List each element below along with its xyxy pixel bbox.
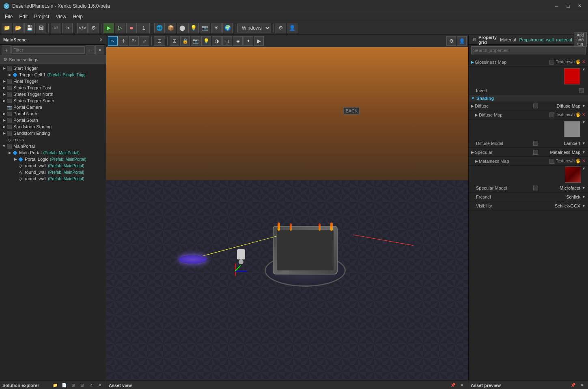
toolbar-open[interactable]: 📂 <box>13 23 24 33</box>
toolbar-play-num[interactable]: 1 <box>138 23 150 33</box>
scene-filter-input[interactable] <box>11 46 85 54</box>
toolbar-windows-dropdown[interactable]: Windows <box>237 24 271 32</box>
scene-tree-item-states-east[interactable]: ▶ ⬛ States Trigger East <box>0 84 106 91</box>
asset-panel-close[interactable]: ✕ <box>458 382 465 389</box>
scene-settings-btn[interactable]: ⚙ Scene settings <box>0 55 106 64</box>
toolbar-settings[interactable]: ⚙ <box>276 23 286 33</box>
toolbar-globe[interactable]: 🌐 <box>154 23 165 33</box>
close-button[interactable]: ✕ <box>574 2 585 10</box>
scene-tree-item-portal-north[interactable]: ▶ ⬛ Portal North <box>0 110 106 117</box>
vp-scale-btn[interactable]: ⤢ <box>140 36 149 46</box>
solution-toolbar2[interactable]: 📄 <box>60 382 68 389</box>
solution-toolbar1[interactable]: 📁 <box>52 382 59 389</box>
scene-tree-item-round-wall3[interactable]: ◇ round_wall (Prefab: MainPortal) <box>0 175 106 182</box>
diffuse-arrow[interactable]: ▶ <box>471 104 474 108</box>
metalness-arrow[interactable]: ▶ <box>475 159 478 163</box>
menu-view[interactable]: View <box>52 12 69 21</box>
menu-file[interactable]: File <box>2 12 16 21</box>
toolbar-code[interactable]: </> <box>77 23 88 33</box>
vp-settings-btn[interactable]: ⚙ <box>446 36 456 46</box>
solution-expand-all[interactable]: ⊞ <box>69 382 77 389</box>
prop-metalness-checkbox[interactable] <box>549 159 554 164</box>
toolbar-redo[interactable]: ↪ <box>62 23 73 33</box>
toolbar-sphere[interactable]: ⬤ <box>177 23 187 33</box>
vp-anim-btn[interactable]: ▶ <box>254 36 264 46</box>
diffuse-model-dropdown-icon[interactable]: ▼ <box>582 141 586 145</box>
toolbar-undo[interactable]: ↩ <box>51 23 61 33</box>
scene-tree-item-mainportal[interactable]: ▼ ⬛ MainPortal <box>0 143 106 149</box>
diffuse-dropdown-icon[interactable]: ▼ <box>582 104 586 108</box>
diffuse-map-arrow[interactable]: ▶ <box>475 113 478 117</box>
prop-specular-checkbox[interactable] <box>533 150 538 155</box>
toolbar-play-local[interactable]: ▶ <box>103 23 114 33</box>
fresnel-dropdown-icon[interactable]: ▼ <box>582 195 586 199</box>
scene-tree-item-trigger-cell1[interactable]: ▶ 🔷 Trigger Cell 1 (Prefab: Simple Trigg <box>0 71 106 78</box>
prop-invert-checkbox[interactable] <box>579 88 584 93</box>
prop-expand-btn[interactable]: ⊡ <box>472 37 477 42</box>
asset-preview-close[interactable]: ✕ <box>578 382 586 389</box>
scene-layout1-btn[interactable]: ⊞ <box>86 45 95 54</box>
prop-glossiness-dropdown[interactable]: ▼ <box>582 67 586 85</box>
vp-camera-btn[interactable]: 📷 <box>191 36 200 46</box>
scene-tree-item-start-trigger[interactable]: ▶ ⬛ Start Trigger <box>0 65 106 71</box>
solution-collapse-all[interactable]: ⊟ <box>78 382 86 389</box>
toolbar-build[interactable]: ⚙ <box>88 23 99 33</box>
vp-shadow-btn[interactable]: ◑ <box>212 36 222 46</box>
menu-edit[interactable]: Edit <box>16 12 31 21</box>
vp-postfx-btn[interactable]: ✦ <box>243 36 253 46</box>
scene-tree-item-sandstorm-start[interactable]: ▶ ⬛ Sandstorm Starting <box>0 123 106 130</box>
scene-tree-item-states-south[interactable]: ▶ ⬛ States Trigger South <box>0 97 106 104</box>
vp-snap-btn[interactable]: 🔒 <box>180 36 190 46</box>
vp-user-btn[interactable]: 👤 <box>457 36 467 46</box>
vp-move-btn[interactable]: ✛ <box>118 36 128 46</box>
scene-tree-item-portal-camera[interactable]: 📷 Portal Camera <box>0 104 106 110</box>
solution-close[interactable]: ✕ <box>96 382 103 389</box>
prop-diffuse-checkbox[interactable] <box>533 104 538 108</box>
prop-diffuse-map-checkbox[interactable] <box>549 112 554 117</box>
specular-dropdown-icon[interactable]: ▼ <box>582 150 586 154</box>
vp-select-btn[interactable]: ↖ <box>108 36 118 46</box>
scene-tree-item-states-north[interactable]: ▶ ⬛ States Trigger North <box>0 91 106 97</box>
vp-shading-btn[interactable]: ◈ <box>233 36 243 46</box>
scene-tree-item-portal-logic[interactable]: ▶ 🔷 Portal Logic (Prefab: MainPortal) <box>0 156 106 162</box>
prop-specular-model-checkbox[interactable] <box>533 186 538 190</box>
scene-tree-item-sandstorm-end[interactable]: ▶ ⬛ Sandstorm Ending <box>0 130 106 136</box>
toolbar-box[interactable]: 📦 <box>166 23 176 33</box>
scene-add-btn[interactable]: + <box>2 45 11 54</box>
prop-clear-icon[interactable]: ✕ <box>582 59 586 65</box>
toolbar-save2[interactable]: 🖫 <box>36 23 46 33</box>
specular-model-dropdown-icon[interactable]: ▼ <box>582 186 586 190</box>
vp-wireframe-btn[interactable]: ◻ <box>222 36 232 46</box>
scene-tree-item-portal-south[interactable]: ▶ ⬛ Portal South <box>0 117 106 123</box>
scene-layout2-btn[interactable]: ≡ <box>95 45 104 54</box>
vp-grid-btn[interactable]: ⊞ <box>170 36 179 46</box>
toolbar-user[interactable]: 👤 <box>287 23 297 33</box>
prop-diffuse-texture-dropdown[interactable]: ▼ <box>582 120 586 138</box>
prop-section-shading[interactable]: ▼ Shading <box>469 95 588 102</box>
toolbar-globe2[interactable]: 🌍 <box>222 23 233 33</box>
vp-rotate-btn[interactable]: ↻ <box>129 36 139 46</box>
prop-diffuse-texture[interactable] <box>564 121 580 137</box>
visibility-dropdown-icon[interactable]: ▼ <box>582 204 586 208</box>
scene-tree-item-round-wall1[interactable]: ◇ round_wall (Prefab: MainPortal) <box>0 162 106 169</box>
menu-project[interactable]: Project <box>31 12 52 21</box>
toolbar-cam[interactable]: 📷 <box>200 23 210 33</box>
specular-arrow[interactable]: ▶ <box>471 150 474 154</box>
viewport[interactable]: BACK <box>106 47 468 380</box>
scene-tree-item-rocks[interactable]: ◇ rocks <box>0 136 106 143</box>
prop-diffuse-clear-icon[interactable]: ✕ <box>582 112 586 117</box>
scene-tree-item-main-portal-child[interactable]: ▶ 🔷 Main Portal (Prefab: MainPortal) <box>0 149 106 156</box>
toolbar-new[interactable]: 📁 <box>2 23 12 33</box>
scene-tree-item-final-trigger[interactable]: ▶ ⬛ Final Trigger <box>0 78 106 84</box>
prop-search-input[interactable] <box>471 46 586 54</box>
add-tag-button[interactable]: Add new tag <box>574 32 587 47</box>
toolbar-sun[interactable]: ☀ <box>211 23 222 33</box>
minimize-button[interactable]: ─ <box>551 2 562 10</box>
scene-tree-item-round-wall2[interactable]: ◇ round_wall (Prefab: MainPortal) <box>0 169 106 175</box>
toolbar-light[interactable]: 💡 <box>188 23 199 33</box>
vp-light-btn[interactable]: 💡 <box>201 36 211 46</box>
toolbar-play2[interactable]: ▷ <box>115 23 125 33</box>
prop-glossiness-checkbox[interactable] <box>549 60 554 65</box>
prop-glossiness-texture[interactable] <box>564 68 580 84</box>
maximize-button[interactable]: □ <box>563 2 573 10</box>
